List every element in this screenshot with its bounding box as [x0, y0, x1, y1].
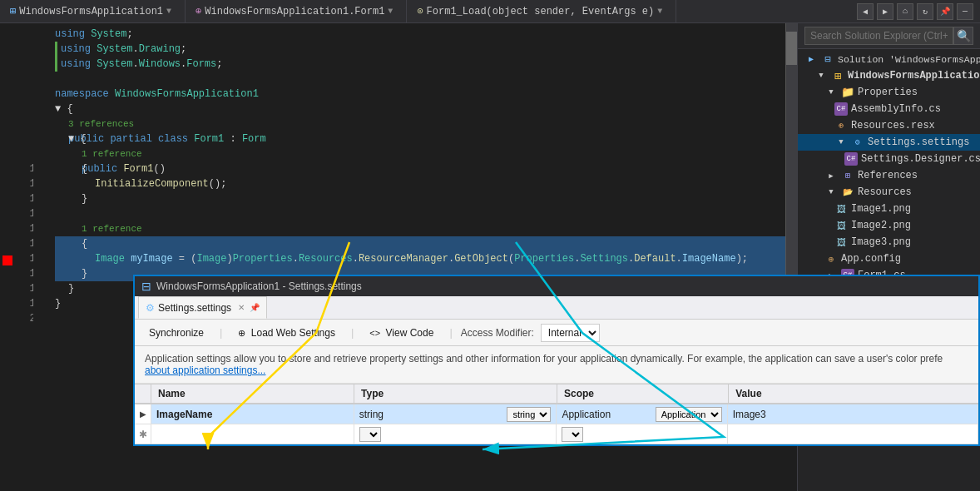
refresh-btn[interactable]: ↻: [917, 3, 933, 20]
tab-pin-btn[interactable]: 📌: [250, 303, 260, 312]
png-icon: 🖼: [834, 219, 848, 232]
png-icon: 🖼: [834, 236, 848, 249]
name-input[interactable]: [156, 409, 349, 420]
se-label: Solution 'WindowsFormsApplication1' (1 p…: [838, 54, 980, 65]
grid-cell-name[interactable]: [151, 404, 354, 424]
grid-cell-value[interactable]: [728, 404, 978, 424]
se-label: Settings.Designer.cs: [861, 153, 980, 165]
solution-explorer-search[interactable]: [804, 27, 953, 45]
se-item-image1[interactable]: 🖼 Image1.png: [798, 201, 980, 217]
nav-forward-btn[interactable]: ▶: [877, 3, 893, 20]
type-dropdown[interactable]: string: [507, 407, 551, 422]
access-modifier-label: Access Modifier:: [461, 327, 534, 339]
pin-btn[interactable]: 📌: [937, 3, 953, 20]
settings-window-title: WindowsFormsApplication1 - Settings.sett…: [156, 280, 362, 292]
code-line: [55, 206, 790, 221]
code-line: 3 references public partial class Form1 …: [55, 117, 790, 131]
se-label: App.config: [841, 253, 901, 265]
search-icon[interactable]: 🔍: [953, 27, 973, 45]
se-item-image3[interactable]: 🖼 Image3.png: [798, 234, 980, 250]
settings-description: Application settings allow you to store …: [135, 346, 978, 384]
se-item-solution[interactable]: ▶ ⊟ Solution 'WindowsFormsApplication1' …: [798, 51, 980, 67]
se-label: Properties: [858, 87, 918, 98]
se-label: Image3.png: [851, 236, 911, 248]
se-item-project[interactable]: ▼ ⊞ WindowsFormsApplication1: [798, 67, 980, 84]
code-line: using System;: [55, 27, 790, 42]
toolbar-buttons: ◀ ▶ ⌂ ↻ 📌 —: [857, 3, 980, 20]
separator1: |: [220, 326, 222, 339]
se-label: Image2.png: [851, 220, 911, 231]
load-web-settings-icon: ⊕: [238, 328, 245, 338]
cs-file-icon: C#: [834, 102, 848, 116]
project-icon: ⊞: [831, 69, 844, 82]
settings-panel: ⊟ WindowsFormsApplication1 - Settings.se…: [133, 275, 980, 446]
se-item-settings[interactable]: ▼ ⚙ Settings.settings: [798, 134, 980, 151]
se-item-assemblyinfo[interactable]: C# AssemblyInfo.cs: [798, 101, 980, 117]
grid-header-name: Name: [151, 384, 354, 403]
references-icon: ⊞: [841, 169, 854, 182]
solution-icon: ▶: [804, 52, 818, 66]
synchronize-button[interactable]: Synchronize: [141, 325, 211, 341]
tab-close-btn[interactable]: ✕: [238, 303, 245, 312]
se-label: Resources: [858, 186, 912, 198]
scope-value: Application: [562, 409, 611, 420]
home-btn[interactable]: ⌂: [897, 3, 913, 20]
code-line: 1 reference private void Form1_Load(obje…: [55, 221, 790, 236]
grid-cell-scope-empty[interactable]: [557, 424, 727, 444]
grid-row-new[interactable]: ✱: [135, 424, 978, 444]
expand-icon: ▼: [824, 86, 838, 99]
grid-cell-type-empty[interactable]: [354, 424, 557, 444]
code-line: {: [55, 236, 790, 251]
se-item-resources-resx[interactable]: ⊕ Resources.resx: [798, 117, 980, 134]
se-item-appconfig[interactable]: ⊕ App.config: [798, 250, 980, 267]
resx-icon: ⊕: [834, 119, 848, 132]
se-label: WindowsFormsApplication1: [848, 70, 980, 82]
code-line: ▼ {: [55, 102, 790, 117]
grid-header-value: Value: [729, 384, 978, 403]
se-item-settings-designer[interactable]: C# Settings.Designer.cs: [798, 151, 980, 167]
type-dropdown-new[interactable]: [359, 427, 381, 442]
grid-header-arrow: [135, 384, 151, 403]
grid-cell-type[interactable]: string string: [354, 404, 557, 424]
grid-row[interactable]: ▶ string string Application Application …: [135, 404, 978, 424]
scope-dropdown[interactable]: Application User: [656, 407, 722, 422]
code-line: ▼ {: [55, 131, 790, 146]
settings-tab-label: Settings.settings: [158, 302, 231, 314]
grid-header-scope: Scope: [557, 384, 729, 403]
se-item-image2[interactable]: 🖼 Image2.png: [798, 217, 980, 234]
se-item-references[interactable]: ▶ ⊞ References: [798, 167, 980, 184]
view-code-icon: <>: [369, 328, 380, 338]
png-icon: 🖼: [834, 202, 848, 216]
grid-cell-name-empty[interactable]: [151, 424, 354, 444]
value-input[interactable]: [733, 409, 973, 420]
code-line: [55, 72, 790, 87]
code-line: {: [55, 161, 790, 176]
settings-tab[interactable]: ⚙ Settings.settings ✕ 📌: [138, 296, 267, 319]
load-web-settings-button[interactable]: ⊕ Load Web Settings: [230, 325, 343, 341]
se-item-resources-folder[interactable]: ▼ 📂 Resources: [798, 184, 980, 201]
se-label: Resources.resx: [851, 120, 935, 131]
solution-file-icon: ⊟: [821, 52, 834, 66]
code-line: using System.Windows.Forms;: [55, 57, 790, 72]
new-row-marker: ✱: [135, 424, 151, 444]
se-item-properties[interactable]: ▼ 📁 Properties: [798, 84, 980, 101]
settings-titlebar: ⊟ WindowsFormsApplication1 - Settings.se…: [135, 276, 978, 296]
grid-cell-value-empty[interactable]: [728, 424, 978, 444]
view-code-button[interactable]: <> View Code: [362, 325, 441, 341]
about-settings-link[interactable]: about application settings...: [145, 365, 265, 376]
config-icon: ⊕: [824, 252, 838, 265]
folder-open-icon: 📂: [841, 186, 854, 199]
code-line: InitializeComponent();: [55, 176, 790, 191]
se-label: Settings.settings: [868, 136, 969, 148]
title-form[interactable]: ⊕ WindowsFormsApplication1.Form1 ▼: [186, 0, 407, 22]
title-method[interactable]: ⊙ Form1_Load(object sender, EventArgs e)…: [407, 0, 676, 22]
scope-dropdown-new[interactable]: [562, 427, 583, 442]
access-modifier-select[interactable]: Internal Public: [541, 324, 600, 342]
minimize-btn[interactable]: —: [957, 3, 973, 20]
type-value: string: [359, 409, 384, 420]
vs-icon: ⊟: [141, 280, 151, 293]
nav-back-btn[interactable]: ◀: [857, 3, 874, 20]
title-project[interactable]: ⊞ WindowsFormsApplication1 ▼: [0, 0, 186, 22]
grid-cell-scope[interactable]: Application Application User: [557, 404, 727, 424]
cs-file-icon: C#: [844, 152, 858, 166]
